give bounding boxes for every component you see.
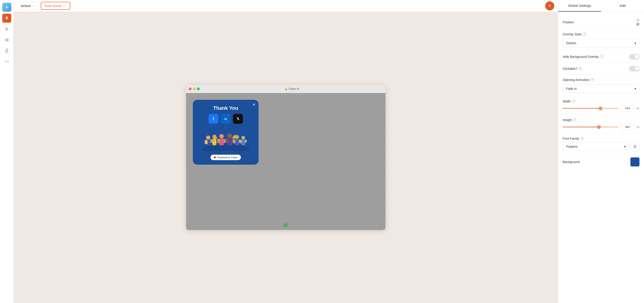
tab-form-success-label: Form Succe	[44, 4, 62, 8]
twitter-button[interactable]: 𝕏	[233, 114, 243, 124]
opening-animation-chevron-icon: ▾	[634, 87, 636, 91]
overlay-style-row: Overlay Style ? Darken ▾	[563, 29, 640, 51]
topbar: Default ⋯ Form Succe ⋯ +	[14, 0, 558, 12]
svg-rect-7	[205, 140, 208, 144]
popup-card: ✕ Thank You f in 𝕏	[193, 100, 258, 165]
position-controls	[636, 19, 640, 26]
height-value-box[interactable]: 442	[621, 124, 634, 130]
overlay-style-chevron-icon: ▾	[634, 41, 636, 45]
height-label: Height	[563, 118, 572, 122]
browser-url: 🔒 Poper AI	[201, 87, 383, 91]
font-family-section: Font Family ? Poppins ▾ ☰	[563, 134, 640, 154]
opening-animation-label: Opening Animation	[563, 78, 590, 82]
height-section: Height ? 442 px	[563, 115, 640, 134]
status-dot	[284, 223, 288, 227]
width-slider-thumb[interactable]	[599, 107, 602, 110]
clickable-label: Clickable?	[563, 67, 578, 71]
svg-rect-18	[227, 138, 232, 146]
sidebar	[0, 0, 14, 303]
svg-point-26	[241, 136, 245, 139]
code-icon[interactable]	[2, 57, 11, 66]
font-menu-icon: ☰	[633, 144, 636, 149]
browser-lock-icon: 🔒	[284, 88, 288, 91]
hide-background-overlay-help-icon[interactable]: ?	[600, 55, 604, 59]
browser-content: ✕ Thank You f in 𝕏	[186, 93, 386, 230]
twitter-x-icon: 𝕏	[236, 117, 239, 121]
tab-default-label: Default	[20, 4, 30, 8]
tab-default-menu[interactable]: ⋯	[32, 4, 36, 8]
tab-form-success-menu[interactable]: ⋯	[63, 4, 66, 8]
svg-rect-10	[210, 139, 213, 143]
overlay-style-dropdown[interactable]: Darken ▾	[563, 39, 640, 47]
browser-dot-green	[197, 88, 200, 90]
popup-close-button[interactable]: ✕	[252, 103, 256, 107]
powered-by-badge: Powered by Poper	[210, 155, 241, 160]
position-label: Position	[563, 21, 574, 24]
width-value-box[interactable]: 414	[621, 105, 634, 112]
width-help-icon[interactable]: ?	[572, 100, 576, 103]
hide-background-overlay-toggle[interactable]	[629, 54, 640, 59]
svg-rect-24	[233, 139, 236, 143]
overlay-style-label: Overlay Style	[563, 33, 582, 36]
hide-background-overlay-label: Hide Background Overlay	[563, 55, 599, 59]
tab-form-success[interactable]: Form Succe ⋯	[41, 2, 70, 10]
eye-icon[interactable]	[2, 35, 11, 45]
hide-background-overlay-row: Hide Background Overlay ?	[563, 51, 640, 63]
browser-mockup: 🔒 Poper AI ✕ Thank You f	[186, 85, 386, 230]
browser-url-label: Poper AI	[289, 87, 299, 91]
facebook-button[interactable]: f	[208, 114, 218, 124]
height-slider-fill	[563, 127, 599, 127]
popup-title: Thank You	[213, 105, 238, 111]
opening-animation-help-icon[interactable]: ?	[590, 78, 594, 82]
height-slider-track[interactable]	[563, 127, 618, 127]
height-slider-thumb[interactable]	[597, 125, 601, 129]
rocket-icon[interactable]	[2, 14, 11, 23]
svg-rect-29	[245, 140, 247, 143]
opening-animation-dropdown[interactable]: Fade In ▾	[563, 84, 640, 93]
width-slider-track[interactable]	[563, 108, 618, 109]
link-icon[interactable]	[2, 46, 11, 55]
background-section: Background	[563, 154, 640, 170]
svg-point-4	[206, 136, 210, 140]
sparkle-icon[interactable]	[2, 3, 11, 12]
clickable-help-icon[interactable]: ?	[578, 67, 582, 71]
position-row: Position	[563, 16, 640, 29]
svg-point-13	[219, 134, 224, 139]
cursor-icon[interactable]	[2, 25, 11, 34]
height-unit-label: px	[636, 125, 640, 129]
svg-rect-23	[235, 139, 239, 145]
overlay-style-help-icon[interactable]: ?	[582, 33, 586, 36]
svg-rect-15	[217, 139, 220, 143]
svg-point-0	[6, 18, 7, 18]
facebook-icon: f	[213, 117, 214, 121]
main-area: Default ⋯ Form Succe ⋯ + 🔒 Poper AI	[14, 0, 558, 303]
opening-animation-value: Fade In	[566, 87, 577, 91]
add-button[interactable]: +	[545, 1, 554, 11]
width-section: Width ? 414 px	[563, 96, 640, 115]
right-panel-header: Global Settings Add	[558, 0, 644, 12]
font-family-chevron-icon: ▾	[624, 145, 626, 148]
height-help-icon[interactable]: ?	[573, 118, 576, 122]
font-menu-button[interactable]: ☰	[630, 142, 640, 151]
browser-titlebar: 🔒 Poper AI	[186, 85, 386, 93]
font-family-help-icon[interactable]: ?	[580, 137, 584, 140]
tab-default[interactable]: Default ⋯	[17, 2, 39, 10]
svg-rect-28	[240, 140, 242, 143]
position-dot-bottom	[636, 23, 640, 26]
tab-global-settings[interactable]: Global Settings	[558, 0, 601, 12]
tab-add[interactable]: Add	[601, 0, 644, 12]
settings-content: Position Overlay Style ? Darken ▾ Hide B…	[558, 12, 644, 173]
linkedin-button[interactable]: in	[221, 114, 231, 124]
browser-dot-red	[189, 88, 192, 90]
clickable-toggle[interactable]	[629, 66, 640, 72]
font-family-dropdown[interactable]: Poppins ▾	[563, 142, 629, 151]
width-slider-fill	[563, 108, 600, 109]
svg-point-2	[6, 40, 7, 41]
background-color-swatch[interactable]	[630, 157, 640, 166]
width-unit-label: px	[636, 107, 640, 110]
svg-point-17	[227, 133, 232, 138]
powered-dot-icon	[214, 156, 216, 159]
clickable-row: Clickable? ?	[563, 63, 640, 75]
svg-rect-27	[241, 139, 245, 145]
opening-animation-row: Opening Animation ? Fade In ▾	[563, 75, 640, 96]
